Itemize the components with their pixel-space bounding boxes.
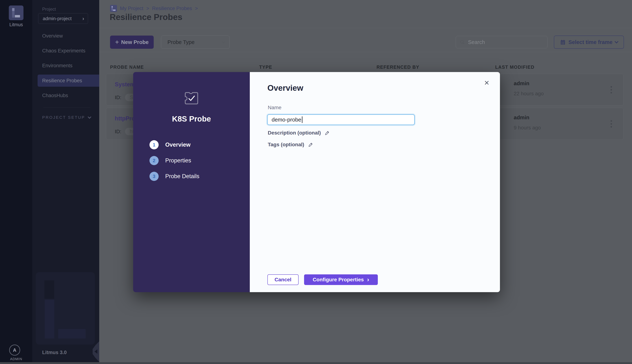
- header-divider: [99, 28, 632, 28]
- column-header-last-modified: LAST MODIFIED: [495, 64, 534, 70]
- project-label: Project: [42, 6, 56, 12]
- chevron-down-icon: [88, 115, 91, 119]
- project-select-value: admin-project: [43, 16, 82, 22]
- step-overview[interactable]: 1 Overview: [150, 140, 199, 150]
- project-setup-section[interactable]: PROJECT SETUP: [42, 115, 91, 120]
- probe-type-dropdown[interactable]: Probe Type: [161, 36, 230, 49]
- chevron-down-icon: [614, 40, 618, 43]
- sidebar-collapse-handle[interactable]: [93, 341, 99, 362]
- probe-name-link[interactable]: System: [115, 81, 135, 88]
- tags-row: Tags (optional): [268, 142, 313, 148]
- search-box: [456, 36, 547, 48]
- search-input[interactable]: [468, 39, 544, 45]
- probe-name-link[interactable]: httpPro: [115, 115, 135, 122]
- id-label: ID:: [115, 94, 121, 100]
- breadcrumb-resilience-probes[interactable]: Resilience Probes: [152, 6, 192, 11]
- close-icon[interactable]: ×: [482, 78, 492, 88]
- icon-strip: Litmus A ADMIN: [0, 0, 32, 364]
- breadcrumb: My Project > Resilience Probes >: [110, 5, 198, 12]
- edit-pencil-icon[interactable]: [325, 130, 330, 135]
- wizard-steps: 1 Overview 2 Properties 3 Probe Details: [150, 140, 199, 188]
- description-label: Description (optional): [268, 130, 321, 136]
- litmus-logo-icon[interactable]: [9, 6, 24, 20]
- project-setup-label: PROJECT SETUP: [42, 115, 85, 120]
- modified-by: admin: [514, 80, 529, 86]
- collapse-arrow-icon: [95, 349, 97, 354]
- sidebar-item-overview[interactable]: Overview: [32, 30, 99, 42]
- wizard-title: K8S Probe: [133, 114, 250, 123]
- plus-icon: +: [115, 38, 119, 46]
- chevron-right-icon: ›: [82, 16, 84, 22]
- sidebar-item-environments[interactable]: Environments: [32, 60, 99, 72]
- description-row: Description (optional): [268, 130, 330, 136]
- breadcrumb-my-project[interactable]: My Project: [120, 6, 143, 11]
- name-label: Name: [268, 105, 282, 110]
- sidebar-item-chaoshubs[interactable]: ChaosHubs: [32, 90, 99, 102]
- cancel-button[interactable]: Cancel: [267, 274, 299, 285]
- litmus-logo-label: Litmus: [0, 22, 32, 27]
- chevron-right-icon: ›: [367, 276, 369, 283]
- row-menu-kebab-icon[interactable]: [607, 118, 615, 130]
- panel-title: Overview: [267, 84, 303, 92]
- edit-pencil-icon[interactable]: [308, 142, 313, 147]
- probe-name-value: demo-probe: [272, 116, 301, 123]
- sidebar-promo-card: [36, 272, 95, 344]
- probe-name-input[interactable]: demo-probe: [267, 114, 415, 125]
- page-title: Resilience Probes: [110, 12, 182, 22]
- k8s-probe-icon: [184, 91, 199, 106]
- step-number: 2: [150, 156, 159, 165]
- column-header-type: TYPE: [259, 64, 272, 70]
- tags-label: Tags (optional): [268, 142, 304, 148]
- modified-at: 9 hours ago: [514, 125, 541, 131]
- step-number: 1: [150, 140, 159, 150]
- window-bottom-edge: [0, 362, 632, 364]
- breadcrumb-separator: >: [195, 6, 198, 11]
- new-probe-label: New Probe: [121, 39, 149, 45]
- text-caret: [302, 116, 302, 123]
- step-properties[interactable]: 2 Properties: [150, 156, 199, 165]
- app-root: Litmus A ADMIN Project admin-project › O…: [0, 0, 632, 364]
- overview-panel: × Overview Name demo-probe Description (…: [250, 72, 500, 292]
- time-frame-label: Select time frame: [568, 39, 612, 45]
- configure-properties-button[interactable]: Configure Properties ›: [304, 274, 378, 285]
- modified-by: admin: [514, 114, 529, 120]
- breadcrumb-separator: >: [146, 6, 149, 11]
- new-probe-button[interactable]: + New Probe: [110, 36, 154, 49]
- breadcrumb-litmus-icon: [110, 5, 117, 12]
- sidebar-item-resilience-probes[interactable]: Resilience Probes: [38, 74, 99, 87]
- chevron-down-icon: [222, 40, 225, 43]
- wizard-panel: K8S Probe 1 Overview 2 Properties 3 Prob…: [133, 72, 250, 292]
- project-select[interactable]: admin-project ›: [38, 13, 88, 24]
- step-probe-details[interactable]: 3 Probe Details: [150, 172, 199, 181]
- toolbar-divider: [99, 52, 632, 52]
- id-label: ID:: [115, 129, 121, 134]
- probe-type-value: Probe Type: [168, 39, 223, 45]
- calendar-icon: [560, 39, 566, 45]
- modal-footer: Cancel Configure Properties ›: [267, 274, 378, 285]
- column-header-probe-name: PROBE NAME: [110, 64, 144, 70]
- step-number: 3: [150, 172, 159, 181]
- sidebar-item-chaos-experiments[interactable]: Chaos Experiments: [32, 45, 99, 57]
- select-time-frame-button[interactable]: Select time frame: [554, 36, 624, 49]
- modified-at: 22 hours ago: [514, 91, 544, 96]
- column-header-referenced-by: REFERENCED BY: [376, 64, 419, 70]
- app-version: Litmus 3.0: [42, 350, 67, 356]
- user-avatar-label: ADMIN: [0, 357, 32, 361]
- sidebar-nav: Project admin-project › Overview Chaos E…: [32, 0, 99, 364]
- row-menu-kebab-icon[interactable]: [607, 84, 615, 96]
- search-icon: [460, 40, 465, 45]
- user-avatar[interactable]: A: [9, 344, 20, 356]
- create-probe-modal: K8S Probe 1 Overview 2 Properties 3 Prob…: [133, 72, 500, 292]
